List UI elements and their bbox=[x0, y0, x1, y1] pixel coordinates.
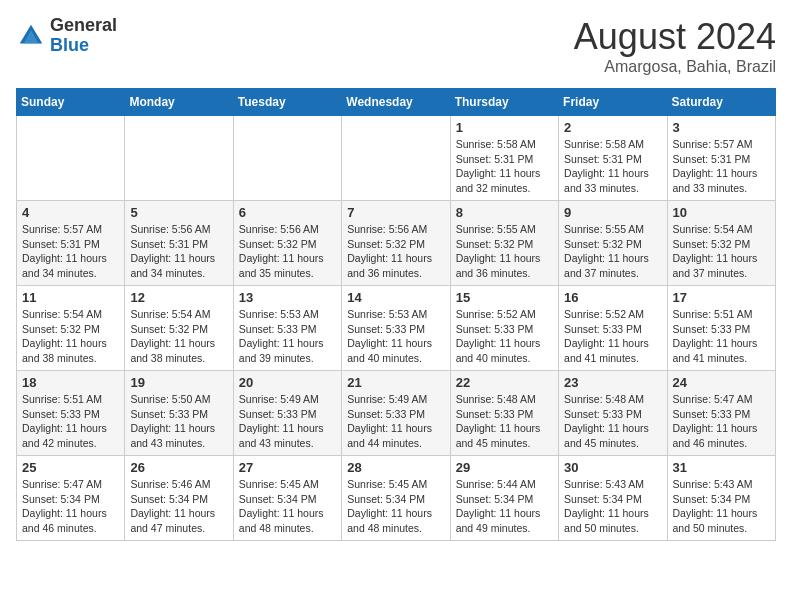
calendar-cell: 13Sunrise: 5:53 AM Sunset: 5:33 PM Dayli… bbox=[233, 286, 341, 371]
calendar-cell: 4Sunrise: 5:57 AM Sunset: 5:31 PM Daylig… bbox=[17, 201, 125, 286]
day-number: 4 bbox=[22, 205, 119, 220]
day-info: Sunrise: 5:43 AM Sunset: 5:34 PM Dayligh… bbox=[564, 477, 661, 536]
calendar-cell: 16Sunrise: 5:52 AM Sunset: 5:33 PM Dayli… bbox=[559, 286, 667, 371]
calendar-cell: 18Sunrise: 5:51 AM Sunset: 5:33 PM Dayli… bbox=[17, 371, 125, 456]
logo-general-text: General bbox=[50, 16, 117, 36]
day-number: 11 bbox=[22, 290, 119, 305]
calendar-cell bbox=[125, 116, 233, 201]
day-number: 25 bbox=[22, 460, 119, 475]
day-number: 30 bbox=[564, 460, 661, 475]
calendar-cell: 8Sunrise: 5:55 AM Sunset: 5:32 PM Daylig… bbox=[450, 201, 558, 286]
day-info: Sunrise: 5:57 AM Sunset: 5:31 PM Dayligh… bbox=[673, 137, 770, 196]
calendar-cell: 6Sunrise: 5:56 AM Sunset: 5:32 PM Daylig… bbox=[233, 201, 341, 286]
calendar-cell: 25Sunrise: 5:47 AM Sunset: 5:34 PM Dayli… bbox=[17, 456, 125, 541]
day-info: Sunrise: 5:54 AM Sunset: 5:32 PM Dayligh… bbox=[22, 307, 119, 366]
day-info: Sunrise: 5:48 AM Sunset: 5:33 PM Dayligh… bbox=[564, 392, 661, 451]
day-info: Sunrise: 5:46 AM Sunset: 5:34 PM Dayligh… bbox=[130, 477, 227, 536]
day-info: Sunrise: 5:51 AM Sunset: 5:33 PM Dayligh… bbox=[673, 307, 770, 366]
day-number: 18 bbox=[22, 375, 119, 390]
day-info: Sunrise: 5:45 AM Sunset: 5:34 PM Dayligh… bbox=[239, 477, 336, 536]
day-number: 7 bbox=[347, 205, 444, 220]
day-number: 27 bbox=[239, 460, 336, 475]
calendar-table: SundayMondayTuesdayWednesdayThursdayFrid… bbox=[16, 88, 776, 541]
day-info: Sunrise: 5:53 AM Sunset: 5:33 PM Dayligh… bbox=[347, 307, 444, 366]
weekday-header-thursday: Thursday bbox=[450, 89, 558, 116]
day-info: Sunrise: 5:56 AM Sunset: 5:32 PM Dayligh… bbox=[239, 222, 336, 281]
day-info: Sunrise: 5:57 AM Sunset: 5:31 PM Dayligh… bbox=[22, 222, 119, 281]
day-info: Sunrise: 5:47 AM Sunset: 5:33 PM Dayligh… bbox=[673, 392, 770, 451]
calendar-cell: 21Sunrise: 5:49 AM Sunset: 5:33 PM Dayli… bbox=[342, 371, 450, 456]
page-header: General Blue August 2024 Amargosa, Bahia… bbox=[16, 16, 776, 76]
location-subtitle: Amargosa, Bahia, Brazil bbox=[574, 58, 776, 76]
logo-icon bbox=[16, 21, 46, 51]
day-number: 1 bbox=[456, 120, 553, 135]
day-number: 14 bbox=[347, 290, 444, 305]
calendar-week-1: 1Sunrise: 5:58 AM Sunset: 5:31 PM Daylig… bbox=[17, 116, 776, 201]
title-section: August 2024 Amargosa, Bahia, Brazil bbox=[574, 16, 776, 76]
day-info: Sunrise: 5:55 AM Sunset: 5:32 PM Dayligh… bbox=[564, 222, 661, 281]
day-number: 12 bbox=[130, 290, 227, 305]
calendar-cell: 9Sunrise: 5:55 AM Sunset: 5:32 PM Daylig… bbox=[559, 201, 667, 286]
calendar-cell: 11Sunrise: 5:54 AM Sunset: 5:32 PM Dayli… bbox=[17, 286, 125, 371]
calendar-week-4: 18Sunrise: 5:51 AM Sunset: 5:33 PM Dayli… bbox=[17, 371, 776, 456]
weekday-header-tuesday: Tuesday bbox=[233, 89, 341, 116]
calendar-cell: 10Sunrise: 5:54 AM Sunset: 5:32 PM Dayli… bbox=[667, 201, 775, 286]
weekday-header-friday: Friday bbox=[559, 89, 667, 116]
calendar-week-3: 11Sunrise: 5:54 AM Sunset: 5:32 PM Dayli… bbox=[17, 286, 776, 371]
day-number: 8 bbox=[456, 205, 553, 220]
day-number: 6 bbox=[239, 205, 336, 220]
day-number: 21 bbox=[347, 375, 444, 390]
day-number: 10 bbox=[673, 205, 770, 220]
calendar-cell bbox=[17, 116, 125, 201]
calendar-cell bbox=[342, 116, 450, 201]
calendar-cell: 14Sunrise: 5:53 AM Sunset: 5:33 PM Dayli… bbox=[342, 286, 450, 371]
calendar-cell: 22Sunrise: 5:48 AM Sunset: 5:33 PM Dayli… bbox=[450, 371, 558, 456]
calendar-cell: 17Sunrise: 5:51 AM Sunset: 5:33 PM Dayli… bbox=[667, 286, 775, 371]
calendar-cell: 2Sunrise: 5:58 AM Sunset: 5:31 PM Daylig… bbox=[559, 116, 667, 201]
day-info: Sunrise: 5:48 AM Sunset: 5:33 PM Dayligh… bbox=[456, 392, 553, 451]
calendar-cell: 24Sunrise: 5:47 AM Sunset: 5:33 PM Dayli… bbox=[667, 371, 775, 456]
day-number: 29 bbox=[456, 460, 553, 475]
day-number: 20 bbox=[239, 375, 336, 390]
day-info: Sunrise: 5:52 AM Sunset: 5:33 PM Dayligh… bbox=[564, 307, 661, 366]
day-info: Sunrise: 5:49 AM Sunset: 5:33 PM Dayligh… bbox=[239, 392, 336, 451]
day-info: Sunrise: 5:58 AM Sunset: 5:31 PM Dayligh… bbox=[564, 137, 661, 196]
day-number: 15 bbox=[456, 290, 553, 305]
calendar-cell: 1Sunrise: 5:58 AM Sunset: 5:31 PM Daylig… bbox=[450, 116, 558, 201]
calendar-cell: 5Sunrise: 5:56 AM Sunset: 5:31 PM Daylig… bbox=[125, 201, 233, 286]
day-info: Sunrise: 5:45 AM Sunset: 5:34 PM Dayligh… bbox=[347, 477, 444, 536]
day-info: Sunrise: 5:51 AM Sunset: 5:33 PM Dayligh… bbox=[22, 392, 119, 451]
day-number: 16 bbox=[564, 290, 661, 305]
day-number: 17 bbox=[673, 290, 770, 305]
calendar-cell: 29Sunrise: 5:44 AM Sunset: 5:34 PM Dayli… bbox=[450, 456, 558, 541]
day-number: 24 bbox=[673, 375, 770, 390]
day-info: Sunrise: 5:54 AM Sunset: 5:32 PM Dayligh… bbox=[130, 307, 227, 366]
logo: General Blue bbox=[16, 16, 117, 56]
calendar-cell: 23Sunrise: 5:48 AM Sunset: 5:33 PM Dayli… bbox=[559, 371, 667, 456]
day-info: Sunrise: 5:54 AM Sunset: 5:32 PM Dayligh… bbox=[673, 222, 770, 281]
calendar-cell: 20Sunrise: 5:49 AM Sunset: 5:33 PM Dayli… bbox=[233, 371, 341, 456]
day-number: 23 bbox=[564, 375, 661, 390]
month-year-title: August 2024 bbox=[574, 16, 776, 58]
calendar-week-2: 4Sunrise: 5:57 AM Sunset: 5:31 PM Daylig… bbox=[17, 201, 776, 286]
day-info: Sunrise: 5:56 AM Sunset: 5:32 PM Dayligh… bbox=[347, 222, 444, 281]
weekday-header-saturday: Saturday bbox=[667, 89, 775, 116]
day-number: 9 bbox=[564, 205, 661, 220]
day-number: 31 bbox=[673, 460, 770, 475]
day-number: 22 bbox=[456, 375, 553, 390]
day-info: Sunrise: 5:55 AM Sunset: 5:32 PM Dayligh… bbox=[456, 222, 553, 281]
day-info: Sunrise: 5:47 AM Sunset: 5:34 PM Dayligh… bbox=[22, 477, 119, 536]
day-info: Sunrise: 5:50 AM Sunset: 5:33 PM Dayligh… bbox=[130, 392, 227, 451]
day-number: 13 bbox=[239, 290, 336, 305]
logo-text: General Blue bbox=[50, 16, 117, 56]
day-info: Sunrise: 5:52 AM Sunset: 5:33 PM Dayligh… bbox=[456, 307, 553, 366]
calendar-cell bbox=[233, 116, 341, 201]
day-number: 19 bbox=[130, 375, 227, 390]
calendar-cell: 31Sunrise: 5:43 AM Sunset: 5:34 PM Dayli… bbox=[667, 456, 775, 541]
calendar-cell: 27Sunrise: 5:45 AM Sunset: 5:34 PM Dayli… bbox=[233, 456, 341, 541]
calendar-cell: 7Sunrise: 5:56 AM Sunset: 5:32 PM Daylig… bbox=[342, 201, 450, 286]
day-info: Sunrise: 5:44 AM Sunset: 5:34 PM Dayligh… bbox=[456, 477, 553, 536]
calendar-cell: 30Sunrise: 5:43 AM Sunset: 5:34 PM Dayli… bbox=[559, 456, 667, 541]
calendar-cell: 19Sunrise: 5:50 AM Sunset: 5:33 PM Dayli… bbox=[125, 371, 233, 456]
weekday-header-wednesday: Wednesday bbox=[342, 89, 450, 116]
